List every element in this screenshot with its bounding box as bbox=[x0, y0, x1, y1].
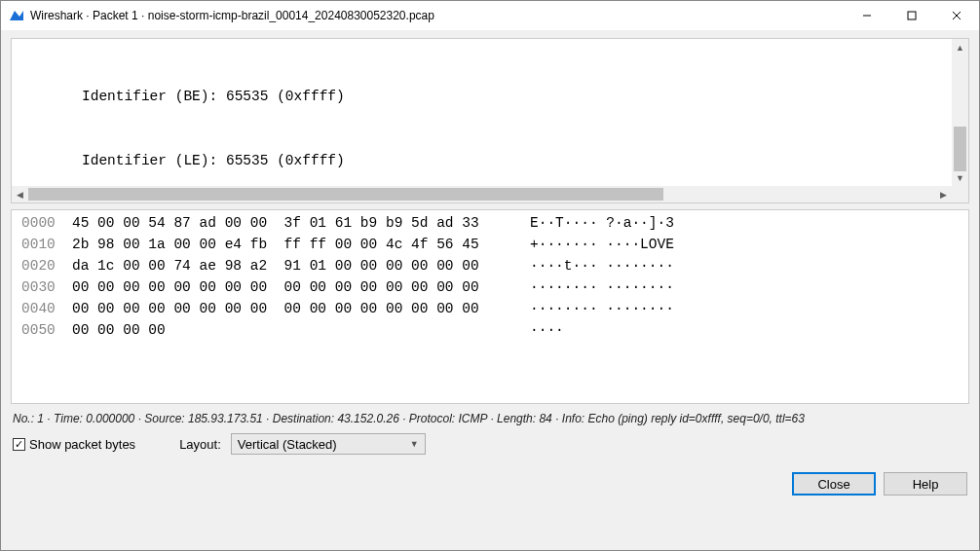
help-button[interactable]: Help bbox=[884, 472, 967, 496]
options-row: ✓ Show packet bytes Layout: Vertical (St… bbox=[11, 429, 969, 459]
layout-select-value: Vertical (Stacked) bbox=[238, 437, 337, 452]
tree-field-id-be[interactable]: Identifier (BE): 65535 (0xffff) bbox=[12, 86, 968, 107]
scroll-thumb[interactable] bbox=[954, 127, 966, 171]
packet-details-pane[interactable]: Identifier (BE): 65535 (0xffff) Identifi… bbox=[11, 38, 969, 203]
hex-offset: 0050 bbox=[12, 319, 72, 341]
hex-bytes[interactable]: da 1c 00 00 74 ae 98 a2 91 01 00 00 00 0… bbox=[72, 255, 501, 276]
scroll-down-icon[interactable]: ▼ bbox=[952, 169, 968, 186]
hex-offset: 0000 bbox=[12, 212, 72, 234]
hex-bytes[interactable]: 2b 98 00 1a 00 00 e4 fb ff ff 00 00 4c 4… bbox=[72, 234, 501, 255]
show-bytes-checkbox[interactable]: ✓ Show packet bytes bbox=[13, 437, 135, 452]
titlebar: Wireshark · Packet 1 · noise-storm-icmp-… bbox=[1, 1, 979, 30]
wireshark-icon bbox=[9, 8, 24, 23]
checkbox-icon[interactable]: ✓ bbox=[13, 438, 25, 451]
tree-field-id-le[interactable]: Identifier (LE): 65535 (0xffff) bbox=[12, 150, 968, 171]
hex-ascii[interactable]: E··T···· ?·a··]·3 bbox=[501, 212, 674, 234]
layout-label: Layout: bbox=[179, 437, 221, 452]
maximize-button[interactable] bbox=[889, 1, 934, 30]
dialog-buttons: Close Help bbox=[11, 459, 969, 497]
hex-row[interactable]: 0000 45 00 00 54 87 ad 00 00 3f 01 61 b9… bbox=[12, 212, 968, 234]
hex-ascii[interactable]: ········ ········ bbox=[501, 298, 674, 319]
hex-row[interactable]: 0030 00 00 00 00 00 00 00 00 00 00 00 00… bbox=[12, 276, 968, 298]
hex-bytes[interactable]: 00 00 00 00 00 00 00 00 00 00 00 00 00 0… bbox=[72, 298, 501, 319]
window-title: Wireshark · Packet 1 · noise-storm-icmp-… bbox=[30, 9, 845, 22]
hex-bytes[interactable]: 45 00 00 54 87 ad 00 00 3f 01 61 b9 b9 5… bbox=[72, 212, 501, 234]
close-window-button[interactable] bbox=[934, 1, 979, 30]
scroll-corner bbox=[952, 186, 968, 202]
hex-row[interactable]: 0040 00 00 00 00 00 00 00 00 00 00 00 00… bbox=[12, 298, 968, 319]
packet-summary: No.: 1 · Time: 0.000000 · Source: 185.93… bbox=[11, 404, 969, 429]
content-area: Identifier (BE): 65535 (0xffff) Identifi… bbox=[1, 30, 979, 550]
layout-select[interactable]: Vertical (Stacked) ▼ bbox=[231, 433, 426, 455]
minimize-button[interactable] bbox=[845, 1, 889, 30]
hex-ascii[interactable]: +······· ····LOVE bbox=[501, 234, 674, 255]
hex-bytes[interactable]: 00 00 00 00 00 00 00 00 00 00 00 00 00 0… bbox=[72, 276, 501, 298]
close-button-label: Close bbox=[817, 477, 849, 492]
scroll-thumb-h[interactable] bbox=[28, 188, 663, 201]
packet-details-body[interactable]: Identifier (BE): 65535 (0xffff) Identifi… bbox=[12, 39, 968, 202]
hex-row[interactable]: 0050 00 00 00 00 ···· bbox=[12, 319, 968, 341]
hex-offset: 0040 bbox=[12, 298, 72, 319]
scroll-up-icon[interactable]: ▲ bbox=[952, 39, 968, 55]
vertical-scrollbar[interactable]: ▲ ▼ bbox=[952, 39, 968, 186]
packet-bytes-pane[interactable]: 0000 45 00 00 54 87 ad 00 00 3f 01 61 b9… bbox=[11, 209, 969, 404]
hex-offset: 0020 bbox=[12, 255, 72, 276]
show-bytes-label: Show packet bytes bbox=[29, 437, 135, 452]
hex-row[interactable]: 0010 2b 98 00 1a 00 00 e4 fb ff ff 00 00… bbox=[12, 234, 968, 255]
scroll-track[interactable] bbox=[28, 186, 935, 202]
chevron-down-icon: ▼ bbox=[410, 439, 419, 449]
hex-row[interactable]: 0020 da 1c 00 00 74 ae 98 a2 91 01 00 00… bbox=[12, 255, 968, 276]
svg-rect-1 bbox=[908, 12, 916, 19]
hex-ascii[interactable]: ····t··· ········ bbox=[501, 255, 674, 276]
scroll-right-icon[interactable]: ▶ bbox=[935, 186, 952, 202]
window-buttons bbox=[845, 1, 979, 30]
hex-ascii[interactable]: ···· bbox=[501, 319, 564, 341]
hex-offset: 0030 bbox=[12, 276, 72, 298]
close-button[interactable]: Close bbox=[792, 472, 876, 496]
horizontal-scrollbar[interactable]: ◀ ▶ bbox=[12, 186, 952, 202]
hex-ascii[interactable]: ········ ········ bbox=[501, 276, 674, 298]
scroll-left-icon[interactable]: ◀ bbox=[12, 186, 28, 202]
help-button-label: Help bbox=[913, 477, 939, 492]
hex-bytes[interactable]: 00 00 00 00 bbox=[72, 319, 501, 341]
hex-offset: 0010 bbox=[12, 234, 72, 255]
